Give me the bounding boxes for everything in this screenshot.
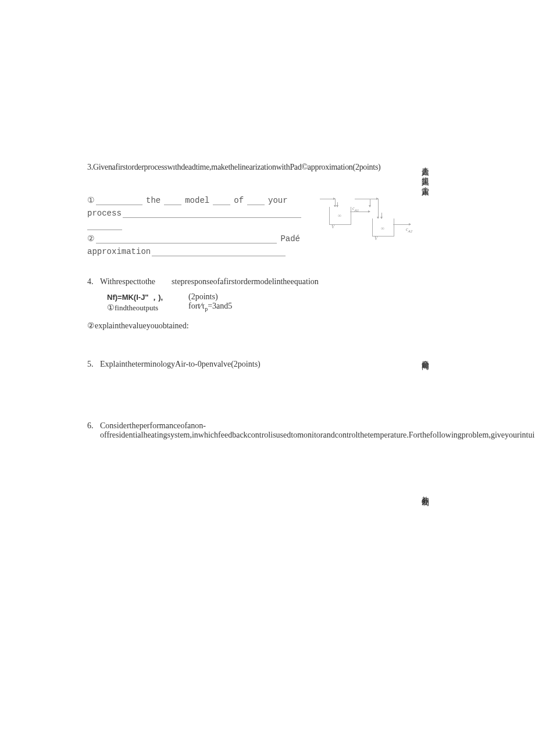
side-time: 命题时间：	[420, 354, 430, 407]
process-diagram: ∞ V cA1 ∞ V cA2	[320, 195, 419, 248]
q4-sub1-right: fort⁄τp=3and5	[188, 302, 232, 312]
q4-sub2: ②explainthevalueyouobtained:	[87, 321, 419, 331]
item-2-marker: ②	[87, 234, 95, 243]
q6-text: Considertheperformanceofanon-offresident…	[100, 421, 535, 440]
q4-points: (2points)	[188, 292, 232, 302]
diagram-v1: V	[331, 224, 334, 230]
question-3-body: ① the model of your process ② Padé	[87, 195, 419, 260]
q5-text: ExplaintheterminologyAir-to-0penvalve(2p…	[100, 360, 419, 369]
q3-word-process: process	[87, 209, 122, 218]
question-5: 5. ExplaintheterminologyAir-to-0penvalve…	[87, 360, 419, 369]
side-office: 教务处制	[420, 490, 430, 531]
q4-line1: Withrespecttothe stepresponseofafirstord…	[100, 277, 419, 286]
question-3-header: 3.Givenafirstorderprocesswıthdeadtime,ma…	[87, 163, 419, 172]
q4-equation: Nf)=MK(I-J" ，),	[107, 292, 188, 303]
q3-word-of: of	[231, 196, 246, 205]
q4-sub2-marker: ②	[87, 321, 95, 330]
question-3-left: ① the model of your process ② Padé	[87, 195, 302, 260]
q4-sub1-text: findtheoutputs	[115, 303, 158, 312]
diagram-v2: V	[374, 236, 377, 241]
q3-word-pade: Padé	[278, 234, 302, 243]
q6-number: 6.	[87, 421, 100, 440]
q3-word-model: model	[183, 196, 212, 205]
diagram-ca1: cA1	[352, 206, 359, 212]
q3-word-approx: approximation	[87, 247, 151, 256]
q4-sub1-marker: ①	[107, 303, 115, 312]
question-4: 4. Withrespecttothe stepresponseofafirst…	[87, 277, 419, 313]
side-authors: 命题人：组题人：审题人：	[420, 162, 430, 266]
q4-number: 4.	[87, 277, 100, 313]
q3-word-your: your	[266, 196, 290, 205]
q5-number: 5.	[87, 360, 100, 369]
item-1-marker: ①	[87, 195, 95, 205]
q4-sub2-text: explainthevalueyouobtained:	[95, 321, 189, 330]
q3-word-the: the	[144, 196, 163, 205]
diagram-ca2: cA2	[406, 227, 412, 233]
question-6: 6. Considertheperformanceofanon-offresid…	[87, 421, 419, 440]
